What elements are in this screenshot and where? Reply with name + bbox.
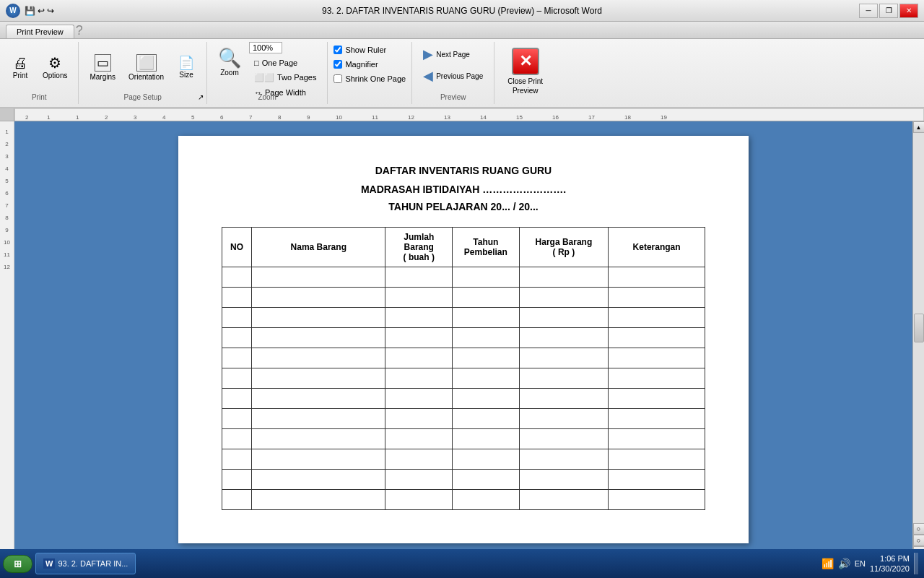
vertical-scrollbar[interactable]: ▲ ○ ○ ▼ (912, 121, 924, 558)
preview-group-label: Preview (440, 93, 466, 101)
print-label: Print (13, 72, 28, 80)
table-cell (453, 409, 520, 429)
shrink-one-page-label: Shrink One Page (345, 74, 406, 83)
table-row (222, 267, 705, 288)
ribbon: 🖨 Print ⚙ Options Print ▭ Margins ⬜ Orie… (0, 39, 924, 108)
doc-title3: TAHUN PELAJARAN 20... / 20... (222, 201, 705, 212)
undo-icon[interactable]: ↩ (38, 6, 45, 16)
next-page-button[interactable]: ▶ Next Page (418, 45, 488, 64)
ribbon-group-print: 🖨 Print ⚙ Options Print (0, 42, 79, 104)
table-cell (385, 368, 453, 389)
table-cell (519, 328, 609, 348)
orientation-label: Orientation (128, 73, 164, 82)
table-cell (519, 308, 609, 328)
table-cell (385, 389, 453, 409)
horizontal-ruler: 2 1 1 2 3 4 5 6 7 8 9 10 11 12 13 14 15 … (14, 108, 924, 121)
col-header-tahun: TahunPembelian (453, 228, 520, 267)
scroll-select-browse-down[interactable]: ○ (913, 535, 925, 546)
table-cell (222, 328, 252, 348)
table-cell (519, 267, 609, 288)
table-cell (519, 348, 609, 368)
table-cell (252, 368, 385, 389)
table-cell (453, 288, 520, 308)
two-pages-button[interactable]: ⬜⬜ Two Pages (249, 71, 321, 85)
table-cell (252, 429, 385, 449)
show-ruler-checkbox[interactable]: Show Ruler (334, 45, 406, 55)
table-cell (385, 409, 453, 429)
close-print-preview-button[interactable]: ✕ Close PrintPreview (500, 45, 550, 98)
page-setup-launcher[interactable]: ↗ (198, 93, 204, 101)
zoom-percent-box[interactable]: 100% (249, 42, 282, 53)
print-button[interactable]: 🖨 Print (6, 52, 35, 84)
table-row (222, 449, 705, 470)
redo-icon[interactable]: ↪ (47, 6, 54, 16)
table-row (222, 288, 705, 308)
orientation-icon: ⬜ (136, 54, 157, 72)
table-cell (222, 389, 252, 409)
word-taskbar-icon: W (43, 558, 55, 569)
ribbon-group-preview: ▶ Next Page ◀ Previous Page Preview (412, 42, 494, 104)
page-setup-group-label: Page Setup (124, 93, 162, 101)
help-icon[interactable]: ? (76, 23, 83, 38)
save-icon[interactable]: 💾 (25, 6, 35, 16)
table-row (222, 470, 705, 490)
taskbar-right: 📶 🔊 EN 1:06 PM 11/30/2020 (821, 553, 921, 574)
zoom-group-label: Zoom (258, 93, 276, 101)
shrink-one-page-checkbox[interactable]: Shrink One Page (334, 74, 406, 84)
table-cell (222, 288, 252, 308)
previous-page-button[interactable]: ◀ Previous Page (418, 66, 488, 85)
two-pages-label: Two Pages (277, 73, 316, 82)
table-cell (609, 409, 705, 429)
table-cell (222, 348, 252, 368)
table-cell (252, 267, 385, 288)
table-cell (252, 348, 385, 368)
zoom-button[interactable]: 🔍 Zoom (213, 45, 246, 81)
one-page-button[interactable]: □ One Page (249, 56, 321, 69)
close-button[interactable]: ✕ (899, 4, 918, 18)
table-cell (385, 308, 453, 328)
word-taskbar-item[interactable]: W 93. 2. DAFTAR IN... (35, 553, 136, 574)
show-ruler-label: Show Ruler (345, 46, 386, 54)
orientation-button[interactable]: ⬜ Orientation (123, 51, 169, 85)
minimize-button[interactable]: ─ (859, 4, 878, 18)
clock-date: 11/30/2020 (870, 564, 910, 574)
scroll-select-browse-up[interactable]: ○ (913, 523, 925, 535)
magnifier-label: Magnifier (345, 60, 378, 69)
table-cell (609, 348, 705, 368)
options-icon: ⚙ (48, 56, 61, 70)
table-cell (385, 267, 453, 288)
close-print-preview-label: Close PrintPreview (507, 77, 543, 95)
print-preview-tab[interactable]: Print Preview (6, 25, 74, 38)
table-cell (222, 409, 252, 429)
scroll-thumb[interactable] (914, 314, 924, 342)
show-desktop-button[interactable] (914, 553, 918, 574)
size-button[interactable]: 📄 Size (172, 53, 201, 83)
table-cell (252, 288, 385, 308)
table-cell (385, 348, 453, 368)
window-title: 93. 2. DAFTAR INVENTARIS RUANG GURU (Pre… (322, 6, 602, 16)
options-button[interactable]: ⚙ Options (38, 52, 72, 84)
table-cell (252, 490, 385, 510)
table-cell (519, 409, 609, 429)
tray-network-icon[interactable]: 📶 (821, 558, 834, 569)
previous-page-label: Previous Page (436, 72, 483, 80)
scroll-up-button[interactable]: ▲ (913, 121, 925, 133)
tray-ime-icon[interactable]: EN (855, 559, 866, 568)
restore-button[interactable]: ❐ (879, 4, 898, 18)
scroll-area[interactable]: DAFTAR INVENTARIS RUANG GURU MADRASAH IB… (14, 121, 912, 558)
magnifier-checkbox[interactable]: Magnifier (334, 59, 406, 69)
start-button[interactable]: ⊞ (3, 555, 32, 573)
table-cell (519, 389, 609, 409)
table-cell (252, 308, 385, 328)
table-cell (609, 470, 705, 490)
ribbon-group-page-setup: ▭ Margins ⬜ Orientation 📄 Size Page Setu… (79, 42, 207, 104)
margins-button[interactable]: ▭ Margins (84, 51, 121, 85)
ribbon-group-close: ✕ Close PrintPreview (494, 42, 556, 104)
table-cell (609, 368, 705, 389)
table-cell (385, 449, 453, 470)
tray-volume-icon[interactable]: 🔊 (838, 558, 850, 569)
ruler: 2 1 1 2 3 4 5 6 7 8 9 10 11 12 13 14 15 … (0, 108, 924, 121)
document-page: DAFTAR INVENTARIS RUANG GURU MADRASAH IB… (178, 136, 749, 543)
main-area: 123456789101112 DAFTAR INVENTARIS RUANG … (0, 121, 924, 558)
col-header-nama: Nama Barang (252, 228, 385, 267)
